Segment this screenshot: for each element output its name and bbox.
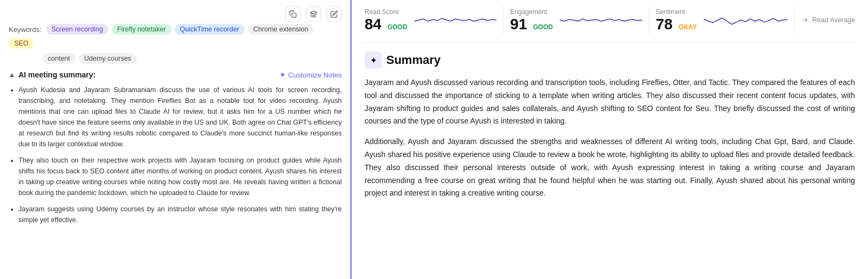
engagement-value: 91 — [510, 17, 527, 32]
metric-sentiment: Sentiment 78 OKAY — [656, 8, 788, 32]
sentiment-badge: OKAY — [676, 23, 700, 31]
customize-notes-label: Customize Notes — [288, 71, 342, 79]
read-average-icon — [801, 16, 809, 24]
summary-body: Jayaram and Ayush discussed various reco… — [365, 76, 855, 200]
ai-meeting-header: ▲ AI meeting summary: ✦ Customize Notes — [9, 70, 342, 79]
summary-paragraph-1: Jayaram and Ayush discussed various reco… — [365, 76, 855, 128]
engagement-badge: GOOD — [530, 23, 556, 31]
keywords-row: Keywords: Screen recording Firefly notet… — [9, 24, 342, 49]
sentiment-label: Sentiment — [656, 8, 700, 16]
toolbar-row — [9, 7, 342, 22]
metric-read-score: Read Score 84 GOOD — [365, 8, 496, 32]
read-average-block: Read Average — [801, 16, 855, 24]
bullet-item-2: They also touch on their respective work… — [18, 155, 342, 198]
tag-quicktime[interactable]: QuickTime recorder — [175, 24, 245, 35]
tag-screen-recording[interactable]: Screen recording — [46, 24, 108, 35]
tag-firefly[interactable]: Firefly notetaker — [112, 24, 171, 35]
read-score-value: 84 — [365, 17, 381, 32]
layers-button[interactable] — [306, 7, 321, 22]
right-panel: Read Score 84 GOOD Engagement 91 GO — [352, 0, 868, 279]
bullet-item-1: Ayush Kudesia and Jayaram Subramaniam di… — [18, 85, 342, 150]
metric-divider-3 — [794, 7, 795, 34]
bullet-list: Ayush Kudesia and Jayaram Subramaniam di… — [9, 85, 342, 225]
tag-content[interactable]: content — [42, 53, 75, 64]
metric-engagement: Engagement 91 GOOD — [510, 8, 642, 32]
engagement-sparkline — [560, 9, 642, 31]
bullet-item-3: Jayaram suggests using Udemy courses by … — [18, 204, 342, 225]
customize-notes-button[interactable]: ✦ Customize Notes — [279, 70, 342, 79]
read-average-label: Read Average — [812, 16, 855, 24]
read-score-label: Read Score — [365, 8, 410, 16]
tag-seo[interactable]: SEO — [9, 38, 34, 49]
left-panel: Keywords: Screen recording Firefly notet… — [0, 0, 352, 279]
tag-chrome[interactable]: Chrome extension — [248, 24, 314, 35]
svg-rect-0 — [292, 13, 296, 17]
metric-divider-1 — [503, 7, 503, 34]
summary-header: ✦ Summary — [365, 51, 855, 69]
metric-engagement-text: Engagement 91 GOOD — [510, 8, 556, 32]
keywords-label: Keywords: — [9, 25, 42, 34]
sentiment-value: 78 — [656, 17, 673, 32]
collapse-arrow[interactable]: ▲ — [9, 71, 15, 79]
edit-button[interactable] — [327, 7, 342, 22]
tag-udemy[interactable]: Udemy courses — [79, 53, 137, 64]
summary-sparkle-icon: ✦ — [365, 51, 382, 69]
keywords-row2: content Udemy courses — [42, 53, 342, 64]
read-score-sparkline — [414, 9, 497, 31]
sentiment-sparkline — [704, 9, 788, 31]
copy-button[interactable] — [285, 7, 301, 22]
summary-section: ✦ Summary Jayaram and Ayush discussed va… — [365, 43, 855, 200]
sparkle-icon: ✦ — [279, 70, 286, 79]
summary-title: Summary — [386, 53, 441, 67]
metric-divider-2 — [649, 7, 649, 34]
metric-sentiment-text: Sentiment 78 OKAY — [656, 8, 700, 32]
engagement-label: Engagement — [510, 8, 556, 16]
metric-read-score-text: Read Score 84 GOOD — [365, 8, 410, 32]
read-score-badge: GOOD — [385, 23, 410, 31]
metrics-row: Read Score 84 GOOD Engagement 91 GO — [365, 0, 855, 43]
summary-paragraph-2: Additionally, Ayush and Jayaram discusse… — [365, 135, 855, 200]
svg-marker-1 — [310, 11, 317, 14]
ai-meeting-label: AI meeting summary: — [18, 70, 95, 79]
ai-meeting-title-group: ▲ AI meeting summary: — [9, 70, 95, 79]
